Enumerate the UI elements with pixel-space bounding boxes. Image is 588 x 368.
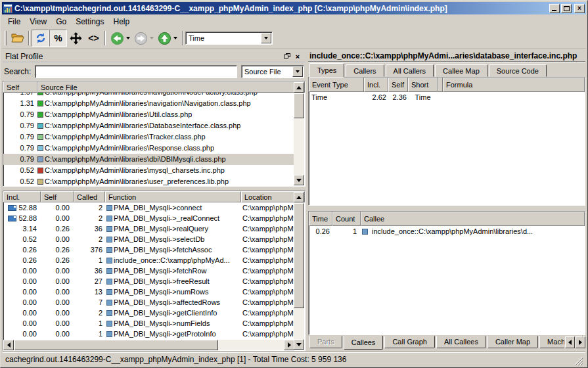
scroll-up-button[interactable] [294, 192, 304, 202]
menu-view[interactable]: View [25, 15, 51, 28]
table-row[interactable]: 3.140.2636PMA_DBI_Mysqli->realQueryC:\xa… [3, 223, 294, 234]
dock-titlebar[interactable]: Flat Profile × [3, 51, 305, 62]
table-row[interactable]: Time2.622.36Time [309, 92, 585, 103]
table-row[interactable]: 0.52C:\xampp\phpMyAdmin\libraries\user_p… [3, 176, 294, 186]
table-row[interactable]: 0.000.001PMA_DBI_Mysqli->numFieldsC:\xam… [3, 318, 294, 329]
table-row[interactable]: 0.79C:\xampp\phpMyAdmin\libraries\Respon… [3, 143, 294, 154]
up-dropdown-icon[interactable] [173, 37, 177, 39]
forward-button[interactable] [132, 30, 150, 47]
column-header-formula[interactable]: Formula [443, 78, 585, 92]
tab-caller-map[interactable]: Caller Map [487, 336, 538, 348]
tab-call-graph[interactable]: Call Graph [384, 336, 435, 348]
expand-all-button[interactable] [67, 30, 85, 47]
toolbar-drag-handle[interactable] [5, 31, 7, 45]
column-header-event-type[interactable]: Event Type [309, 78, 364, 92]
table-row[interactable]: 0.000.007PMA_DBI_Mysqli->affectedRowsC:\… [3, 297, 294, 308]
scroll-right-button[interactable] [284, 340, 294, 350]
called-count-cell: 2 [74, 234, 105, 244]
column-header-self[interactable]: Self [3, 81, 37, 93]
column-header-called[interactable]: Called [74, 191, 105, 202]
vertical-scrollbar[interactable] [294, 192, 304, 350]
table-row[interactable]: 0.000.002PMA_DBI_Mysqli->getClientInfoC:… [3, 308, 294, 318]
dock-close-button[interactable]: × [292, 52, 303, 61]
event-type-combobox[interactable]: Time [185, 32, 273, 45]
column-header-incl-[interactable]: Incl. [3, 191, 41, 202]
location-cell: C:\xampp\phpMy... [241, 202, 294, 213]
tab-types[interactable]: Types [309, 63, 344, 78]
maximize-button[interactable] [561, 4, 572, 13]
titlebar[interactable]: C:\xampp\tmp\cachegrind.out.1416463299-C… [2, 2, 586, 14]
group-combobox[interactable]: Source File [241, 65, 304, 78]
table-row[interactable]: 52.880.002PMA_DBI_Mysqli->connectC:\xamp… [3, 202, 294, 213]
reload-button[interactable] [32, 30, 49, 47]
table-row[interactable]: 52.880.002PMA_DBI_Mysqli->_realConnectC:… [3, 213, 294, 223]
tab-callees[interactable]: Callees [344, 336, 384, 350]
minimize-button[interactable] [549, 4, 560, 13]
scrollbar-thumb[interactable] [294, 93, 304, 118]
column-header-count[interactable]: Count [332, 212, 361, 226]
column-header-spacer [438, 78, 443, 92]
menu-file[interactable]: File [3, 15, 25, 28]
scroll-left-button[interactable] [3, 340, 14, 350]
column-header-incl-[interactable]: Incl. [364, 78, 388, 92]
combobox-dropdown-button[interactable] [261, 33, 271, 43]
tab-all-callers[interactable]: All Callers [386, 64, 434, 77]
back-dropdown-icon[interactable] [126, 37, 130, 39]
table-row[interactable]: 0.000.0027PMA_DBI_Mysqli->freeResultC:\x… [3, 276, 294, 287]
statusbar: cachegrind.out.1416463299-C__xampp_phpMy… [3, 352, 585, 365]
table-row[interactable]: 0.261include_once::C:\xampp\phpMyAdmin\l… [309, 226, 585, 237]
open-file-button[interactable] [9, 30, 26, 47]
resize-grip[interactable] [574, 357, 583, 365]
splitter[interactable] [308, 206, 585, 211]
vertical-scrollbar[interactable] [294, 82, 304, 185]
close-button[interactable]: × [574, 4, 585, 13]
combobox-dropdown-button[interactable] [292, 66, 303, 77]
column-header-short[interactable]: Short [408, 78, 438, 92]
menu-settings[interactable]: Settings [71, 15, 108, 28]
table-row[interactable]: 0.79C:\xampp\phpMyAdmin\libraries\Util.c… [3, 109, 294, 120]
tab-parts[interactable]: Parts [309, 336, 342, 348]
table-row[interactable]: 0.520.002PMA_DBI_Mysqli->selectDbC:\xamp… [3, 234, 294, 244]
column-header-time[interactable]: Time [309, 212, 332, 226]
table-row[interactable]: 0.000.0036PMA_DBI_Mysqli->fetchRowC:\xam… [3, 265, 294, 276]
table-row[interactable]: 0.000.001PMA_DBI_Mysqli->getProtoInfoC:\… [3, 329, 294, 339]
column-header-self[interactable]: Self [388, 78, 408, 92]
scrollbar-thumb[interactable] [294, 203, 304, 308]
tab-scroll-left-button[interactable] [565, 336, 575, 348]
table-row[interactable]: 0.52C:\xampp\phpMyAdmin\libraries\mysql_… [3, 165, 294, 176]
tab-all-callees[interactable]: All Callees [436, 336, 486, 348]
table-row[interactable]: 0.260.26376PMA_DBI_Mysqli->fetchAssocC:\… [3, 244, 294, 255]
table-row[interactable]: 1.31C:\xampp\phpMyAdmin\libraries\naviga… [3, 98, 294, 109]
scroll-down-button[interactable] [294, 339, 304, 350]
column-header-self[interactable]: Self [41, 191, 74, 202]
table-row[interactable]: 0.79C:\xampp\phpMyAdmin\libraries\Tracke… [3, 131, 294, 143]
incl-cost-cell: 0.00 [3, 276, 41, 287]
called-count-cell: 1 [74, 318, 105, 329]
table-row[interactable]: 0.79C:\xampp\phpMyAdmin\libraries\dbi\DB… [3, 154, 294, 165]
tab-callers[interactable]: Callers [346, 64, 384, 77]
column-header-source-file[interactable]: Source File [37, 81, 305, 93]
column-header-function[interactable]: Function [105, 191, 241, 202]
table-row[interactable]: 0.260.261include_once::C:\xampp\phpMyAd.… [3, 255, 294, 265]
dock-float-button[interactable] [282, 52, 292, 61]
table-row[interactable]: 0.000.0013PMA_DBI_Mysqli->numRowsC:\xamp… [3, 287, 294, 297]
relative-cost-button[interactable]: <> [85, 30, 102, 47]
self-cost-cell: 1.57 [3, 93, 37, 98]
tab-scroll-right-button[interactable] [576, 336, 585, 348]
tab-callee-map[interactable]: Callee Map [435, 64, 487, 77]
horizontal-scrollbar[interactable] [3, 340, 294, 350]
tab-source-code[interactable]: Source Code [489, 64, 547, 77]
scroll-up-button[interactable] [294, 82, 304, 93]
table-row[interactable]: 0.79C:\xampp\phpMyAdmin\libraries\Databa… [3, 120, 294, 131]
search-input[interactable] [35, 65, 237, 78]
menu-go[interactable]: Go [51, 15, 71, 28]
scroll-down-button[interactable] [294, 175, 304, 185]
back-button[interactable] [108, 30, 126, 47]
menu-help[interactable]: Help [109, 15, 135, 28]
up-button[interactable] [156, 30, 173, 47]
percent-toggle-button[interactable]: % [49, 30, 67, 47]
forward-dropdown-icon[interactable] [150, 37, 154, 39]
column-header-callee[interactable]: Callee [361, 212, 585, 226]
table-row[interactable]: 1.57C:\xampp\phpMyAdmin\libraries\naviga… [3, 93, 294, 98]
scrollbar-thumb[interactable] [14, 340, 218, 350]
